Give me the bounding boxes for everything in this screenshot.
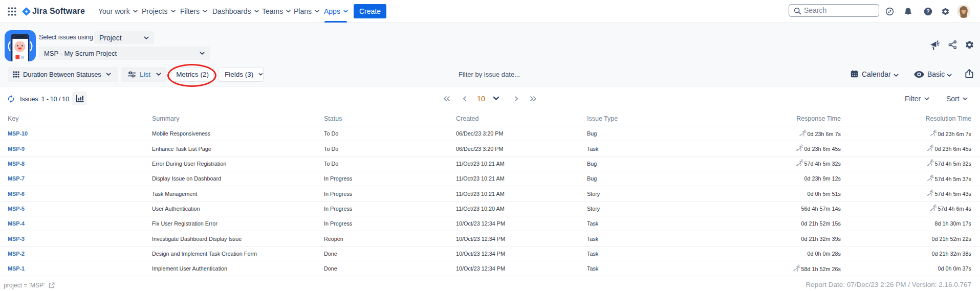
svg-text:?: ? bbox=[926, 9, 929, 14]
